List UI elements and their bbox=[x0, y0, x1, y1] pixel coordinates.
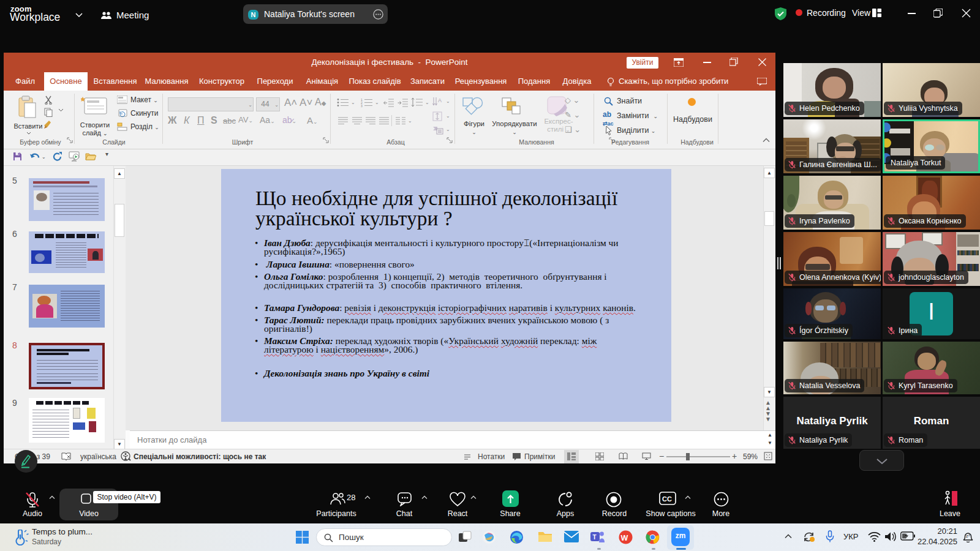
svg-text:A: A bbox=[438, 97, 442, 103]
svg-text:T: T bbox=[593, 534, 597, 541]
svg-text:z: z bbox=[968, 533, 970, 537]
svg-text:CC: CC bbox=[662, 495, 672, 503]
svg-text:3: 3 bbox=[361, 104, 363, 107]
svg-text:W: W bbox=[621, 534, 628, 542]
